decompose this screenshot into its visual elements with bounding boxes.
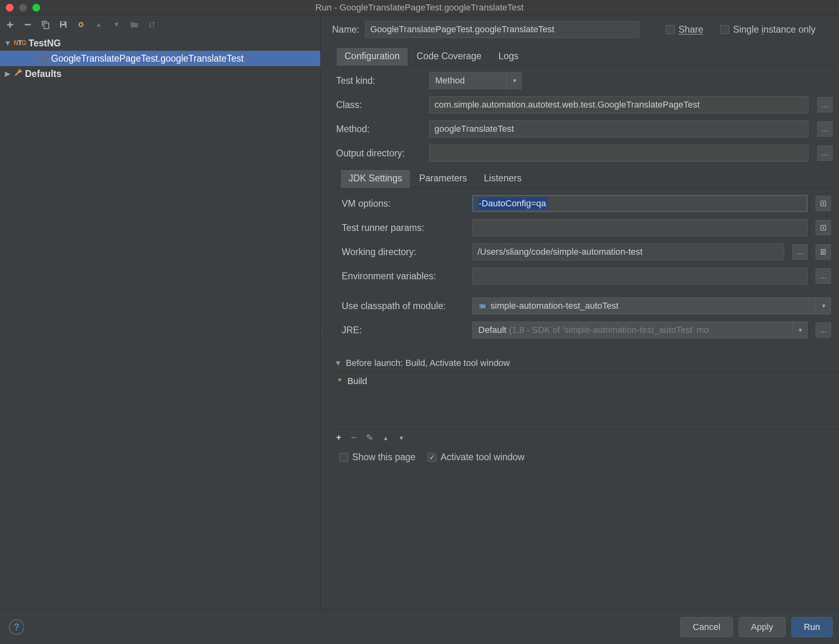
test-kind-label: Test kind: <box>336 75 423 86</box>
before-launch-toolbar: + − ✎ ▲ ▼ <box>332 429 839 446</box>
expand-icon[interactable]: ▶ <box>4 69 11 78</box>
tree-node-run-config[interactable]: NTG GoogleTranslatePageTest.googleTransl… <box>0 51 320 66</box>
method-label: Method: <box>336 124 423 135</box>
activate-tool-window-checkbox[interactable] <box>428 453 436 462</box>
runner-params-input[interactable] <box>472 219 808 236</box>
macro-working-dir-button[interactable] <box>816 244 831 260</box>
right-panel: Name: Share Single instance only Configu… <box>324 15 839 644</box>
left-toolbar: + − ▲ ▼ <box>0 15 320 34</box>
dialog-button-bar: ? Cancel Apply Run <box>0 609 839 644</box>
run-button[interactable]: Run <box>791 617 833 637</box>
class-label: Class: <box>336 100 423 110</box>
wrench-icon <box>14 69 23 79</box>
tab-configuration[interactable]: Configuration <box>336 47 408 66</box>
tree-node-testng[interactable]: ▼ NTG TestNG <box>0 35 320 51</box>
jre-select[interactable]: Default (1.8 - SDK of 'simple-automation… <box>472 322 808 339</box>
edit-task-icon[interactable]: ✎ <box>366 432 373 443</box>
working-dir-label: Working directory: <box>342 247 467 258</box>
env-vars-input[interactable] <box>472 268 808 285</box>
single-instance-label[interactable]: Single instance only <box>733 24 816 35</box>
share-label[interactable]: Share <box>679 24 703 35</box>
apply-button[interactable]: Apply <box>739 617 786 637</box>
copy-config-icon[interactable] <box>40 19 51 30</box>
svg-point-3 <box>80 23 82 26</box>
output-dir-label: Output directory: <box>336 148 423 159</box>
remove-task-icon[interactable]: − <box>351 432 356 443</box>
tree-label: Defaults <box>25 69 62 79</box>
output-dir-input[interactable] <box>429 145 808 162</box>
show-page-checkbox[interactable] <box>339 453 348 462</box>
jre-label: JRE: <box>342 325 467 336</box>
chevron-down-icon: ▼ <box>816 298 827 314</box>
before-launch-header[interactable]: ▼ Before launch: Build, Activate tool wi… <box>332 346 839 372</box>
add-config-icon[interactable]: + <box>5 19 15 30</box>
browse-class-button[interactable]: ... <box>817 97 833 112</box>
settings-icon[interactable] <box>76 19 86 30</box>
config-tree[interactable]: ▼ NTG TestNG NTG GoogleTranslatePageTest… <box>0 34 320 81</box>
move-task-up-icon[interactable]: ▲ <box>383 434 389 441</box>
list-item[interactable]: Build <box>332 373 839 390</box>
build-icon <box>336 377 343 386</box>
name-input[interactable] <box>365 21 639 38</box>
runner-params-label: Test runner params: <box>342 222 467 233</box>
main-tab-strip: Configuration Code Coverage Logs <box>332 47 835 66</box>
sort-icon[interactable] <box>147 19 157 30</box>
method-input[interactable] <box>429 120 808 137</box>
tree-label: TestNG <box>29 38 61 49</box>
svg-rect-2 <box>61 25 65 28</box>
expand-vm-options-button[interactable] <box>816 196 831 211</box>
svg-rect-10 <box>480 304 481 308</box>
classpath-select[interactable]: simple-automation-test_autoTest ▼ <box>472 297 831 314</box>
collapse-icon[interactable]: ▼ <box>334 359 342 368</box>
chevron-down-icon: ▼ <box>792 322 803 338</box>
browse-jre-button[interactable]: ... <box>816 322 831 338</box>
tab-code-coverage[interactable]: Code Coverage <box>408 47 490 66</box>
tree-label: GoogleTranslatePageTest.googleTranslateT… <box>51 53 244 64</box>
env-vars-label: Environment variables: <box>342 271 467 282</box>
class-input[interactable] <box>429 96 808 113</box>
name-label: Name: <box>332 24 359 35</box>
add-task-icon[interactable]: + <box>336 432 341 443</box>
save-config-icon[interactable] <box>58 19 69 30</box>
help-button[interactable]: ? <box>9 619 24 635</box>
module-icon <box>478 302 486 310</box>
before-launch-list[interactable]: Build <box>332 372 839 429</box>
tree-node-defaults[interactable]: ▶ Defaults <box>0 66 320 81</box>
move-task-down-icon[interactable]: ▼ <box>399 434 405 441</box>
single-instance-checkbox[interactable] <box>720 25 729 34</box>
svg-rect-1 <box>61 22 64 24</box>
cancel-button[interactable]: Cancel <box>680 617 733 637</box>
move-down-icon[interactable]: ▼ <box>111 19 122 30</box>
svg-rect-0 <box>44 23 49 29</box>
chevron-down-icon: ▼ <box>507 73 517 89</box>
browse-env-button[interactable]: ... <box>816 268 831 284</box>
working-dir-input[interactable] <box>472 243 784 260</box>
show-page-label[interactable]: Show this page <box>352 452 415 463</box>
browse-output-dir-button[interactable]: ... <box>817 145 833 161</box>
testng-icon: NTG <box>36 55 49 62</box>
vm-options-label: VM options: <box>342 198 467 209</box>
tab-logs[interactable]: Logs <box>490 47 527 66</box>
browse-working-dir-button[interactable]: ... <box>792 244 808 260</box>
vm-options-input[interactable]: -DautoConfig=qa <box>472 195 808 212</box>
browse-method-button[interactable]: ... <box>817 121 833 137</box>
testng-icon: NTG <box>14 39 26 47</box>
expand-runner-button[interactable] <box>816 220 831 235</box>
tab-parameters[interactable]: Parameters <box>411 169 476 188</box>
classpath-label: Use classpath of module: <box>342 301 467 312</box>
window-title: Run - GoogleTranslatePageTest.googleTran… <box>0 2 839 13</box>
sub-tab-strip: JDK Settings Parameters Listeners <box>336 169 833 188</box>
test-kind-select[interactable]: Method ▼ <box>429 72 522 89</box>
title-bar: Run - GoogleTranslatePageTest.googleTran… <box>0 0 839 15</box>
share-checkbox[interactable] <box>666 25 675 34</box>
move-up-icon[interactable]: ▲ <box>93 19 104 30</box>
tab-jdk-settings[interactable]: JDK Settings <box>340 169 411 188</box>
folder-icon[interactable] <box>129 19 139 30</box>
remove-config-icon[interactable]: − <box>23 19 33 30</box>
expand-icon[interactable]: ▼ <box>4 39 11 48</box>
activate-tool-window-label[interactable]: Activate tool window <box>440 452 524 463</box>
panel-splitter[interactable]: ⋮ <box>321 15 324 644</box>
left-panel: + − ▲ ▼ ▼ NTG TestNG <box>0 15 321 644</box>
tab-listeners[interactable]: Listeners <box>476 169 530 188</box>
